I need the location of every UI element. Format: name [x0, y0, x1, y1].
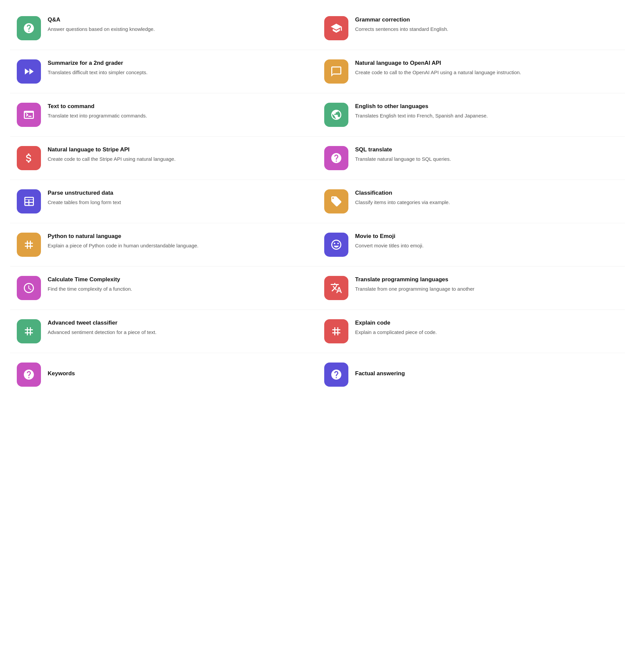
nl-to-openai-content: Natural language to OpenAI APICreate cod…	[355, 59, 618, 77]
qa-icon-box	[17, 16, 41, 40]
translate-programming-title: Translate programming languages	[355, 276, 618, 283]
card-factual-answering[interactable]: Factual answering	[318, 353, 625, 396]
sql-translate-desc: Translate natural language to SQL querie…	[355, 155, 618, 163]
grammar-correction-content: Grammar correctionCorrects sentences int…	[355, 16, 618, 33]
summarize-2nd-grader-icon-box	[17, 59, 41, 84]
nl-to-stripe-icon-box	[17, 146, 41, 170]
card-nl-to-openai[interactable]: Natural language to OpenAI APICreate cod…	[318, 50, 625, 93]
parse-unstructured-title: Parse unstructured data	[48, 189, 311, 197]
classification-content: ClassificationClassify items into catego…	[355, 189, 618, 207]
parse-unstructured-desc: Create tables from long form text	[48, 199, 311, 207]
card-keywords[interactable]: Keywords	[10, 353, 318, 396]
nl-to-openai-desc: Create code to call to the OpenAI API us…	[355, 69, 618, 77]
sql-translate-content: SQL translateTranslate natural language …	[355, 146, 618, 163]
english-to-other-icon-box	[324, 103, 348, 127]
classification-desc: Classify items into categories via examp…	[355, 199, 618, 207]
card-classification[interactable]: ClassificationClassify items into catego…	[318, 180, 625, 223]
card-grammar-correction[interactable]: Grammar correctionCorrects sentences int…	[318, 7, 625, 50]
card-advanced-tweet[interactable]: Advanced tweet classifierAdvanced sentim…	[10, 310, 318, 353]
calculate-time-complexity-icon-box	[17, 276, 41, 300]
grammar-correction-title: Grammar correction	[355, 16, 618, 23]
card-movie-to-emoji[interactable]: Movie to EmojiConvert movie titles into …	[318, 223, 625, 266]
translate-programming-content: Translate programming languagesTranslate…	[355, 276, 618, 293]
english-to-other-title: English to other languages	[355, 103, 618, 110]
calculate-time-complexity-content: Calculate Time ComplexityFind the time c…	[48, 276, 311, 293]
movie-to-emoji-content: Movie to EmojiConvert movie titles into …	[355, 233, 618, 250]
qa-content: Q&AAnswer questions based on existing kn…	[48, 16, 311, 33]
movie-to-emoji-desc: Convert movie titles into emoji.	[355, 242, 618, 250]
factual-answering-title: Factual answering	[355, 370, 618, 377]
translate-programming-desc: Translate from one programming language …	[355, 285, 618, 293]
grammar-correction-desc: Corrects sentences into standard English…	[355, 25, 618, 33]
explain-code-title: Explain code	[355, 319, 618, 327]
text-to-command-content: Text to commandTranslate text into progr…	[48, 103, 311, 120]
calculate-time-complexity-title: Calculate Time Complexity	[48, 276, 311, 283]
card-translate-programming[interactable]: Translate programming languagesTranslate…	[318, 266, 625, 310]
python-to-nl-title: Python to natural language	[48, 233, 311, 240]
card-python-to-nl[interactable]: Python to natural languageExplain a piec…	[10, 223, 318, 266]
english-to-other-desc: Translates English text into French, Spa…	[355, 112, 618, 120]
explain-code-content: Explain codeExplain a complicated piece …	[355, 319, 618, 336]
card-summarize-2nd-grader[interactable]: Summarize for a 2nd graderTranslates dif…	[10, 50, 318, 93]
qa-title: Q&A	[48, 16, 311, 23]
text-to-command-icon-box	[17, 103, 41, 127]
sql-translate-title: SQL translate	[355, 146, 618, 153]
explain-code-icon-box	[324, 319, 348, 343]
translate-programming-icon-box	[324, 276, 348, 300]
summarize-2nd-grader-title: Summarize for a 2nd grader	[48, 59, 311, 67]
calculate-time-complexity-desc: Find the time complexity of a function.	[48, 285, 311, 293]
nl-to-openai-icon-box	[324, 59, 348, 84]
factual-answering-icon-box	[324, 363, 348, 387]
card-nl-to-stripe[interactable]: Natural language to Stripe APICreate cod…	[10, 137, 318, 180]
nl-to-stripe-title: Natural language to Stripe API	[48, 146, 311, 153]
nl-to-stripe-desc: Create code to call the Stripe API using…	[48, 155, 311, 163]
card-english-to-other[interactable]: English to other languagesTranslates Eng…	[318, 93, 625, 137]
advanced-tweet-content: Advanced tweet classifierAdvanced sentim…	[48, 319, 311, 336]
english-to-other-content: English to other languagesTranslates Eng…	[355, 103, 618, 120]
classification-icon-box	[324, 189, 348, 214]
advanced-tweet-title: Advanced tweet classifier	[48, 319, 311, 327]
grammar-correction-icon-box	[324, 16, 348, 40]
summarize-2nd-grader-content: Summarize for a 2nd graderTranslates dif…	[48, 59, 311, 77]
text-to-command-title: Text to command	[48, 103, 311, 110]
cards-grid: Q&AAnswer questions based on existing kn…	[10, 7, 625, 396]
advanced-tweet-desc: Advanced sentiment detection for a piece…	[48, 329, 311, 336]
movie-to-emoji-icon-box	[324, 233, 348, 257]
qa-desc: Answer questions based on existing knowl…	[48, 25, 311, 33]
card-parse-unstructured[interactable]: Parse unstructured dataCreate tables fro…	[10, 180, 318, 223]
card-qa[interactable]: Q&AAnswer questions based on existing kn…	[10, 7, 318, 50]
keywords-title: Keywords	[48, 370, 311, 377]
parse-unstructured-icon-box	[17, 189, 41, 214]
keywords-content: Keywords	[48, 370, 311, 379]
card-explain-code[interactable]: Explain codeExplain a complicated piece …	[318, 310, 625, 353]
nl-to-stripe-content: Natural language to Stripe APICreate cod…	[48, 146, 311, 163]
card-calculate-time-complexity[interactable]: Calculate Time ComplexityFind the time c…	[10, 266, 318, 310]
nl-to-openai-title: Natural language to OpenAI API	[355, 59, 618, 67]
advanced-tweet-icon-box	[17, 319, 41, 343]
parse-unstructured-content: Parse unstructured dataCreate tables fro…	[48, 189, 311, 207]
card-text-to-command[interactable]: Text to commandTranslate text into progr…	[10, 93, 318, 137]
keywords-icon-box	[17, 363, 41, 387]
card-sql-translate[interactable]: SQL translateTranslate natural language …	[318, 137, 625, 180]
python-to-nl-icon-box	[17, 233, 41, 257]
text-to-command-desc: Translate text into programmatic command…	[48, 112, 311, 120]
classification-title: Classification	[355, 189, 618, 197]
movie-to-emoji-title: Movie to Emoji	[355, 233, 618, 240]
explain-code-desc: Explain a complicated piece of code.	[355, 329, 618, 336]
python-to-nl-content: Python to natural languageExplain a piec…	[48, 233, 311, 250]
python-to-nl-desc: Explain a piece of Python code in human …	[48, 242, 311, 250]
factual-answering-content: Factual answering	[355, 370, 618, 379]
sql-translate-icon-box	[324, 146, 348, 170]
summarize-2nd-grader-desc: Translates difficult text into simpler c…	[48, 69, 311, 77]
